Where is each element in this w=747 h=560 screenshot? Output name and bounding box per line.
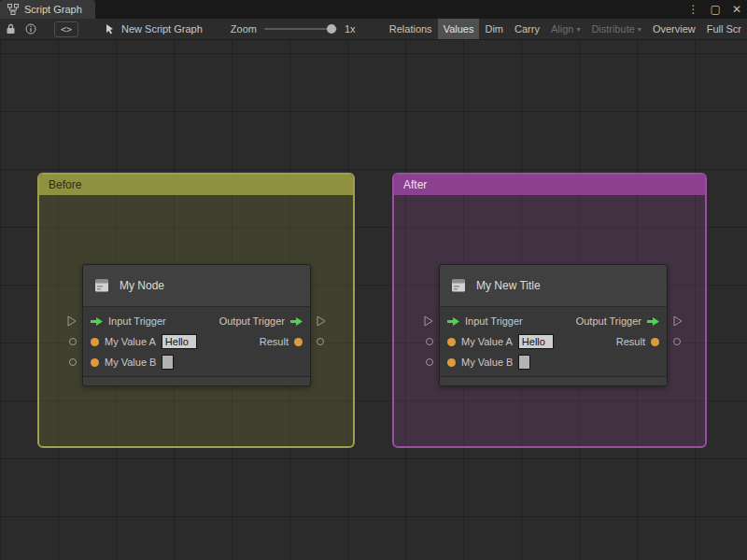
values-button[interactable]: Values [438,19,480,40]
fullscreen-button[interactable]: Full Scr [701,19,747,40]
relations-button[interactable]: Relations [384,19,438,40]
value-a-input[interactable] [518,334,554,349]
group-title: After [403,178,427,191]
lock-icon[interactable] [0,19,21,40]
value-port-icon[interactable] [91,358,99,367]
value-output-port-result[interactable] [673,338,681,345]
value-input-port-a[interactable] [69,338,77,345]
zoom-slider-knob[interactable] [327,24,336,34]
script-graph-icon [7,4,19,15]
overview-button[interactable]: Overview [647,19,701,40]
value-input-port-a[interactable] [426,338,433,345]
flow-in-icon[interactable] [447,317,459,326]
control-input-port[interactable] [424,315,433,327]
value-port-icon[interactable] [447,338,456,346]
trigger-row: Input Trigger Output Trigger [440,311,667,331]
flow-out-icon[interactable] [290,317,303,326]
align-button[interactable]: Align ▾ [545,19,585,40]
value-port-icon[interactable] [294,338,303,346]
zoom-slider[interactable] [264,28,337,30]
menu-icon[interactable]: ⋮ [683,3,705,16]
value-port-icon[interactable] [447,358,456,367]
node-title: My Node [120,279,164,292]
info-icon[interactable] [21,19,41,40]
flow-in-icon[interactable] [91,317,103,326]
graph-name-button[interactable]: New Script Graph [105,23,203,35]
group-title: Before [49,178,81,191]
close-icon[interactable]: ✕ [726,3,747,16]
unit-icon [449,276,468,295]
value-a-row: My Value A Result [440,331,667,352]
node-title: My New Title [476,279,541,292]
node-footer [83,376,310,385]
node-footer [440,376,667,385]
graph-toolbar: <> New Script Graph Zoom 1x Relations Va… [0,19,747,40]
dim-button[interactable]: Dim [479,19,509,40]
graph-canvas[interactable]: Before After [0,40,747,560]
graph-name-label: New Script Graph [121,23,203,35]
trigger-row: Input Trigger Output Trigger [83,311,310,331]
zoom-value: 1x [345,23,356,35]
control-output-port[interactable] [317,315,326,327]
code-icon: <> [61,24,72,35]
chevron-down-icon: ▾ [638,25,641,34]
value-input-port-b[interactable] [426,358,433,366]
value-a-input[interactable] [162,334,197,349]
group-after-header[interactable]: After [394,175,705,195]
group-before-header[interactable]: Before [39,175,353,195]
window-tab-bar: Script Graph ⋮ ▢ ✕ [0,0,747,19]
node-header[interactable]: My New Title [440,265,667,307]
code-preview-button[interactable]: <> [54,21,78,37]
tab-script-graph[interactable]: Script Graph [0,0,95,19]
distribute-button[interactable]: Distribute ▾ [585,19,646,40]
value-b-row: My Value B [83,352,310,372]
value-port-icon[interactable] [91,338,99,346]
node-header[interactable]: My Node [83,265,310,307]
value-output-port-result[interactable] [317,338,324,345]
value-b-row: My Value B [440,352,667,372]
unit-icon [92,276,111,295]
value-b-input[interactable] [518,355,530,370]
chevron-down-icon: ▾ [576,25,580,34]
carry-button[interactable]: Carry [509,19,545,40]
tab-title: Script Graph [24,4,82,15]
maximize-icon[interactable]: ▢ [705,3,726,16]
control-output-port[interactable] [673,315,683,327]
flow-out-icon[interactable] [647,317,659,326]
value-input-port-b[interactable] [69,358,77,366]
value-b-input[interactable] [162,355,174,370]
value-port-icon[interactable] [651,338,659,346]
control-input-port[interactable] [67,315,77,327]
value-a-row: My Value A Result [83,331,310,352]
graph-pointer-icon [105,23,116,35]
zoom-label: Zoom [231,23,257,35]
